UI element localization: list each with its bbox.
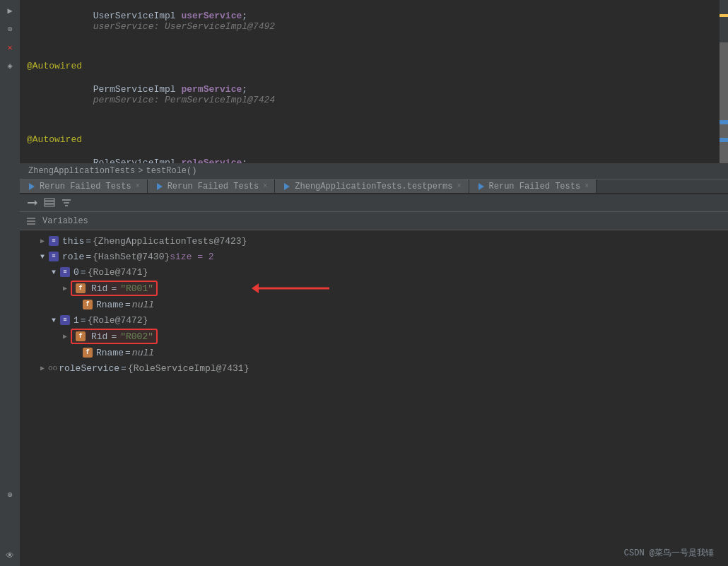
tab-rerun-2[interactable]: Rerun Failed Tests × [148, 179, 276, 193]
tab-testperms[interactable]: ZhengApplicationTests.testperms × [275, 179, 469, 193]
toolbar-table[interactable] [42, 196, 57, 210]
var-icon-rname1: f [82, 299, 93, 310]
code-line-role-service: RoleServiceImpl roleService; roleService… [20, 147, 728, 163]
sidebar-icon-bottom-1[interactable]: ⊕ [2, 487, 18, 502]
panel-header: Variables [20, 212, 728, 230]
svg-marker-3 [479, 183, 484, 190]
tab-bar: Rerun Failed Tests × Rerun Failed Tests … [20, 179, 728, 194]
tab-icon-3 [282, 182, 292, 191]
code-editor: UserServiceImpl userService; userService… [20, 0, 728, 163]
sidebar-icon-bottom-2[interactable]: 👁 [2, 548, 18, 563]
var-value-role: {HashSet@7430} [93, 252, 170, 262]
var-icon-this: ≡ [48, 235, 59, 247]
var-row-role[interactable]: ▼ ≡ role = {HashSet@7430} size = 2 [25, 249, 728, 264]
var-row-rname1[interactable]: ▶ f Rname = null [25, 297, 728, 312]
var-row-1[interactable]: ▼ ≡ 1 = {Role@7472} [25, 312, 728, 328]
svg-rect-6 [45, 199, 54, 201]
expand-rname1: ▶ [71, 299, 82, 310]
code-line-blank [20, 42, 728, 58]
tab-icon-1 [27, 182, 37, 191]
tab-rerun-1[interactable]: Rerun Failed Tests × [20, 179, 148, 193]
scrollbar[interactable] [720, 0, 728, 163]
var-row-0[interactable]: ▼ ≡ 0 = {Role@7471} [25, 264, 728, 280]
var-name-rname1: Rname [96, 300, 124, 310]
scroll-marker-blue [720, 120, 728, 124]
var-row-this[interactable]: ▶ ≡ this = {ZhengApplicationTests@7423} [25, 233, 728, 249]
var-size-role: size = 2 [170, 252, 213, 262]
variable-tree: ▶ ≡ this = {ZhengApplicationTests@7423} … [20, 230, 728, 379]
svg-marker-2 [284, 183, 290, 190]
debug-toolbar [20, 194, 728, 212]
tab-label-2: Rerun Failed Tests [168, 182, 259, 191]
svg-rect-4 [28, 202, 35, 204]
rid2-redbox: f Rid = "R002" [71, 329, 158, 344]
tab-close-3[interactable]: × [457, 182, 462, 190]
tab-close-1[interactable]: × [136, 182, 140, 190]
code-line-blank2 [20, 116, 728, 131]
var-value-0: {Role@7471} [88, 267, 148, 278]
breadcrumb-bar: ZhengApplicationTests > testRole() [20, 163, 728, 179]
expand-1[interactable]: ▼ [48, 314, 59, 326]
scroll-marker-blue2 [720, 138, 728, 142]
var-value-this: {ZhengApplicationTests@7423} [93, 236, 247, 247]
svg-marker-5 [35, 200, 37, 206]
watermark: CSDN @菜鸟一号是我锤 [624, 547, 714, 559]
var-icon-rname2: f [82, 347, 93, 358]
tab-icon-2 [155, 182, 165, 191]
svg-marker-0 [29, 183, 35, 190]
var-value-roleservice: {RoleServiceImpl@7431} [128, 363, 249, 374]
breadcrumb-separator: > [138, 166, 143, 176]
tab-rerun-4[interactable]: Rerun Failed Tests × [469, 179, 597, 193]
svg-marker-13 [252, 283, 259, 293]
tab-label-3: ZhengApplicationTests.testperms [295, 182, 452, 191]
var-icon-0: ≡ [59, 266, 71, 278]
svg-rect-7 [45, 201, 54, 204]
sidebar-icon-1[interactable]: ▶ [2, 3, 18, 18]
expand-rid2[interactable]: ▶ [59, 331, 71, 342]
svg-marker-1 [157, 183, 163, 190]
expand-role[interactable]: ▼ [37, 251, 48, 262]
expand-rid1[interactable]: ▶ [59, 283, 71, 294]
var-icon-rid1: f [75, 283, 86, 294]
var-row-rname2[interactable]: ▶ f Rname = null [25, 345, 728, 360]
code-line-perm: PermServiceImpl permService; permService… [20, 73, 728, 116]
expand-rname2: ▶ [71, 347, 82, 358]
panel-menu-icon [27, 218, 35, 225]
sidebar-icon-4[interactable]: ◈ [2, 58, 18, 73]
variables-panel: Variables ▶ ≡ this = {ZhengApplicationTe… [20, 212, 728, 566]
var-value-rname1: null [132, 300, 154, 310]
tab-label-1: Rerun Failed Tests [40, 182, 131, 191]
expand-this[interactable]: ▶ [37, 235, 48, 247]
tab-close-2[interactable]: × [263, 182, 267, 190]
var-name-roleservice: roleService [59, 363, 119, 374]
tab-label-4: Rerun Failed Tests [489, 182, 581, 191]
code-line: UserServiceImpl userService; userService… [20, 0, 728, 42]
arrow-1 [252, 278, 336, 299]
var-name-rid2: Rid [91, 331, 107, 342]
var-value-rname2: null [132, 348, 154, 358]
sidebar-icon-2[interactable]: ⊙ [2, 21, 18, 37]
expand-roleservice[interactable]: ▶ [37, 362, 48, 374]
expand-0[interactable]: ▼ [48, 266, 59, 278]
var-name-rid1: Rid [91, 283, 107, 294]
var-value-rid1: "R001" [120, 283, 153, 294]
toolbar-filter[interactable] [59, 196, 74, 210]
rid1-redbox: f Rid = "R001" [71, 281, 158, 296]
tab-close-4[interactable]: × [585, 182, 589, 190]
breadcrumb-method: testRole() [146, 166, 196, 176]
code-content: UserServiceImpl userService; userService… [20, 0, 728, 163]
var-name-this: this [62, 236, 84, 247]
var-row-rid1[interactable]: ▶ f Rid = "R001" [25, 280, 728, 297]
var-value-rid2: "R002" [120, 331, 153, 342]
panel-title: Variables [42, 216, 88, 226]
sidebar-icon-3[interactable]: ✕ [2, 40, 18, 55]
var-name-1: 1 [74, 315, 79, 326]
svg-rect-8 [45, 204, 54, 206]
var-icon-role: ≡ [48, 251, 59, 262]
var-row-rid2[interactable]: ▶ f Rid = "R002" [25, 328, 728, 345]
left-sidebar: ▶ ⊙ ✕ ◈ ⊕ 👁 [0, 0, 20, 566]
var-name-0: 0 [74, 267, 79, 278]
tab-icon-4 [476, 182, 486, 191]
toolbar-step-over[interactable] [25, 196, 40, 210]
var-row-roleservice[interactable]: ▶ oo roleService = {RoleServiceImpl@7431… [25, 360, 728, 376]
